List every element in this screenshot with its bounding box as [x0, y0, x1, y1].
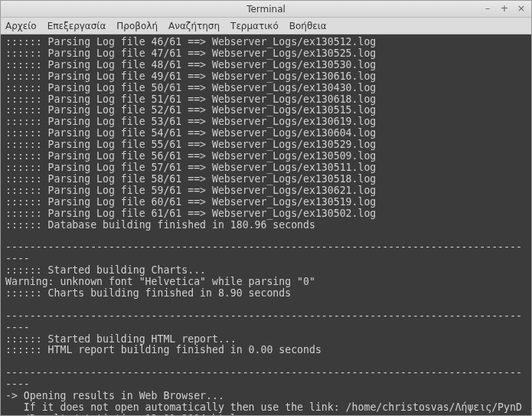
menu-terminal[interactable]: Τερματικό	[230, 21, 279, 31]
titlebar: Terminal – + ×	[1, 1, 531, 18]
window-controls: – + ×	[482, 3, 527, 14]
minimize-button[interactable]: –	[482, 3, 493, 14]
maximize-button[interactable]: +	[499, 3, 510, 14]
menu-edit[interactable]: Επεξεργασία	[47, 21, 106, 31]
menu-search[interactable]: Αναζήτηση	[168, 21, 220, 31]
menu-file[interactable]: Αρχείο	[5, 21, 37, 31]
terminal-window: Terminal – + × Αρχείο Επεξεργασία Προβολ…	[0, 0, 532, 416]
menu-help[interactable]: Βοήθεια	[289, 21, 327, 31]
menu-view[interactable]: Προβολή	[116, 21, 158, 31]
terminal-output[interactable]: :::::: Parsing Log file 46/61 ==> Webser…	[1, 34, 531, 415]
window-title: Terminal	[246, 4, 286, 15]
close-button[interactable]: ×	[516, 3, 527, 14]
menubar: Αρχείο Επεξεργασία Προβολή Αναζήτηση Τερ…	[1, 18, 531, 34]
